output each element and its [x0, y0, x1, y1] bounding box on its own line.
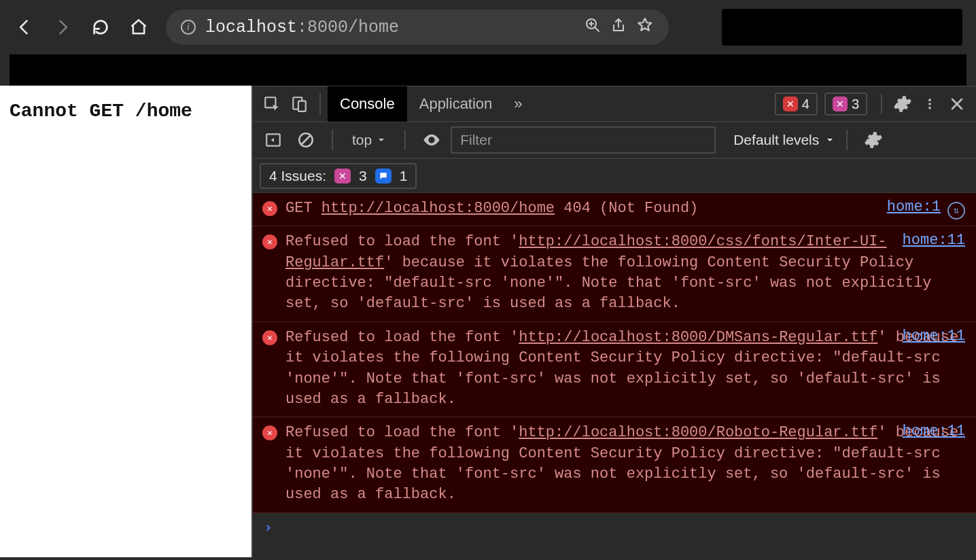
message-body: GET http://localhost:8000/home 404 (Not … — [285, 198, 965, 219]
console-filter-input[interactable] — [451, 126, 716, 154]
error-icon: ✕ — [262, 234, 277, 249]
more-tabs-icon[interactable]: » — [504, 90, 531, 118]
issues-blue-chip-icon — [375, 169, 391, 183]
console-toolbar: top Default levels — [253, 122, 976, 159]
message-prefix: GET — [285, 200, 321, 217]
tab-application[interactable]: Application — [407, 86, 505, 122]
bookmarks-bar — [10, 54, 966, 86]
zoom-icon[interactable] — [585, 17, 601, 37]
console-message: ✕Refused to load the font 'http://localh… — [253, 226, 976, 321]
page-body-text: Cannot GET /home — [10, 101, 192, 122]
extensions-area — [722, 9, 962, 46]
message-prefix: Refused to load the font ' — [285, 233, 519, 250]
context-label: top — [352, 132, 372, 148]
message-url[interactable]: http://localhost:8000/Roboto-Regular.ttf — [519, 424, 877, 441]
device-toggle-icon[interactable] — [285, 90, 313, 118]
message-source-link[interactable]: home:11 — [903, 232, 965, 249]
reload-button[interactable] — [90, 16, 111, 38]
live-expression-icon[interactable] — [418, 126, 445, 154]
console-prompt[interactable]: › — [253, 513, 976, 541]
error-chip-icon: ✕ — [783, 97, 798, 111]
svg-rect-3 — [298, 101, 306, 111]
url-path: /home — [348, 18, 399, 37]
issues-blue-count: 1 — [400, 168, 408, 184]
message-body: Refused to load the font 'http://localho… — [285, 232, 965, 314]
share-icon[interactable] — [610, 17, 627, 37]
settings-gear-icon[interactable] — [889, 90, 916, 118]
message-source-link[interactable]: home:11 — [903, 328, 965, 345]
console-message: ✕Refused to load the font 'http://localh… — [253, 417, 976, 512]
issues-pink-count: 3 — [359, 168, 367, 184]
issues-chip-icon: ✕ — [833, 97, 848, 111]
bookmark-star-icon[interactable] — [636, 16, 654, 38]
tab-console[interactable]: Console — [328, 86, 407, 122]
error-icon: ✕ — [262, 201, 277, 216]
issues-row: 4 Issues: ✕ 3 1 — [253, 159, 976, 193]
devtools-tab-bar: Console Application » ✕ 4 ✕ 3 — [253, 87, 976, 122]
issues-badge-count: 3 — [852, 97, 859, 112]
inspect-element-icon[interactable] — [258, 90, 285, 118]
console-sidebar-toggle-icon[interactable] — [260, 126, 287, 154]
url-host: localhost — [205, 18, 297, 37]
errors-badge[interactable]: ✕ 4 — [775, 92, 818, 116]
issues-pink-chip-icon: ✕ — [334, 169, 351, 183]
page-content: Cannot GET /home — [0, 86, 251, 557]
console-message: ✕GET http://localhost:8000/home 404 (Not… — [253, 193, 976, 226]
message-source-link[interactable]: home:11 — [903, 423, 965, 440]
error-icon: ✕ — [262, 425, 277, 440]
log-levels-selector[interactable]: Default levels — [733, 132, 834, 148]
home-button[interactable] — [128, 16, 150, 38]
console-message: ✕Refused to load the font 'http://localh… — [253, 322, 976, 417]
url-port: :8000 — [297, 18, 348, 37]
kebab-menu-icon[interactable] — [916, 90, 943, 118]
browser-toolbar: i localhost:8000/home — [0, 0, 976, 54]
issues-button[interactable]: 4 Issues: ✕ 3 1 — [260, 163, 417, 189]
error-icon: ✕ — [262, 330, 277, 345]
console-settings-icon[interactable] — [860, 126, 887, 154]
initiator-icon[interactable]: ⇅ — [947, 202, 965, 220]
site-info-icon[interactable]: i — [181, 20, 196, 35]
back-button[interactable] — [14, 16, 35, 38]
message-prefix: Refused to load the font ' — [285, 424, 519, 441]
message-body: Refused to load the font 'http://localho… — [285, 423, 965, 505]
execution-context-selector[interactable]: top — [345, 129, 392, 151]
message-url[interactable]: http://localhost:8000/home — [321, 200, 555, 217]
console-messages: ✕GET http://localhost:8000/home 404 (Not… — [253, 193, 976, 557]
svg-point-6 — [928, 107, 931, 109]
close-devtools-icon[interactable] — [943, 90, 971, 118]
url-bar[interactable]: i localhost:8000/home — [166, 10, 669, 45]
svg-point-5 — [928, 103, 931, 105]
url-text: localhost:8000/home — [205, 18, 399, 37]
message-source-link[interactable]: home:1⇅ — [887, 198, 965, 220]
message-suffix: 404 (Not Found) — [555, 200, 698, 217]
message-prefix: Refused to load the font ' — [285, 329, 519, 346]
svg-point-4 — [928, 99, 931, 101]
levels-label: Default levels — [733, 132, 819, 148]
devtools-panel: Console Application » ✕ 4 ✕ 3 — [251, 86, 976, 557]
message-url[interactable]: http://localhost:8000/DMSans-Regular.ttf — [519, 329, 877, 346]
errors-count: 4 — [802, 97, 809, 112]
message-body: Refused to load the font 'http://localho… — [285, 328, 965, 410]
issues-badge[interactable]: ✕ 3 — [824, 92, 867, 116]
forward-button[interactable] — [52, 16, 73, 38]
clear-console-icon[interactable] — [292, 126, 319, 154]
issues-label: 4 Issues: — [269, 168, 326, 184]
